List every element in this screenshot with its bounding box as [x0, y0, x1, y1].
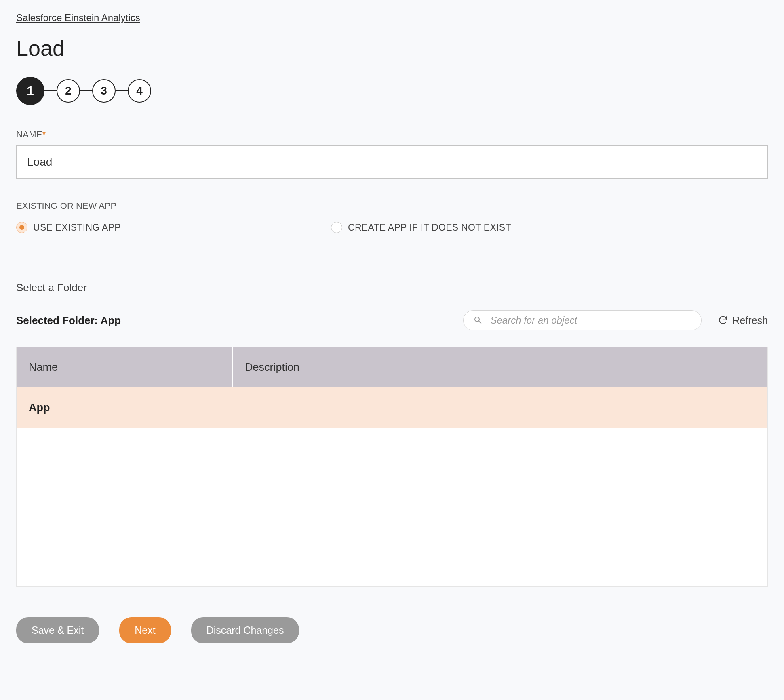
step-2[interactable]: 2	[57, 79, 80, 103]
selected-folder-label: Selected Folder: App	[16, 314, 121, 327]
step-connector	[44, 90, 57, 91]
required-asterisk: *	[42, 129, 46, 139]
folder-table: Name Description App	[16, 347, 768, 587]
name-input[interactable]	[16, 145, 768, 179]
step-3[interactable]: 3	[92, 79, 116, 103]
name-label-text: NAME	[16, 129, 42, 139]
radio-label: CREATE APP IF IT DOES NOT EXIST	[348, 222, 511, 233]
breadcrumb-link[interactable]: Salesforce Einstein Analytics	[16, 12, 140, 23]
folder-controls-row: Selected Folder: App Refresh	[16, 310, 768, 330]
selected-folder-prefix: Selected Folder:	[16, 314, 101, 326]
step-connector	[116, 90, 128, 91]
select-folder-title: Select a Folder	[16, 282, 768, 294]
search-icon	[473, 315, 483, 325]
app-mode-label: EXISTING OR NEW APP	[16, 201, 768, 211]
step-connector	[80, 90, 92, 91]
radio-indicator	[331, 222, 342, 233]
name-label: NAME*	[16, 129, 768, 140]
cell-name: App	[17, 402, 233, 414]
stepper: 1 2 3 4	[16, 77, 768, 105]
refresh-icon	[718, 315, 728, 326]
radio-label: USE EXISTING APP	[33, 222, 121, 233]
save-exit-button[interactable]: Save & Exit	[16, 617, 99, 643]
next-button[interactable]: Next	[119, 617, 171, 643]
radio-create-if-not-exist[interactable]: CREATE APP IF IT DOES NOT EXIST	[331, 222, 511, 233]
table-header: Name Description	[17, 347, 767, 387]
radio-indicator	[16, 222, 27, 233]
selected-folder-value: App	[101, 314, 121, 326]
app-mode-radio-group: USE EXISTING APP CREATE APP IF IT DOES N…	[16, 222, 768, 233]
table-row[interactable]: App	[17, 387, 767, 428]
column-header-name[interactable]: Name	[17, 347, 233, 387]
refresh-label: Refresh	[732, 315, 768, 326]
discard-button[interactable]: Discard Changes	[191, 617, 299, 643]
refresh-button[interactable]: Refresh	[718, 315, 768, 326]
search-input[interactable]	[490, 315, 691, 326]
button-row: Save & Exit Next Discard Changes	[16, 617, 768, 643]
step-4[interactable]: 4	[128, 79, 151, 103]
page-title: Load	[16, 36, 768, 61]
column-header-description[interactable]: Description	[233, 347, 767, 387]
radio-use-existing[interactable]: USE EXISTING APP	[16, 222, 121, 233]
step-1[interactable]: 1	[16, 77, 44, 105]
search-field[interactable]	[463, 310, 702, 330]
